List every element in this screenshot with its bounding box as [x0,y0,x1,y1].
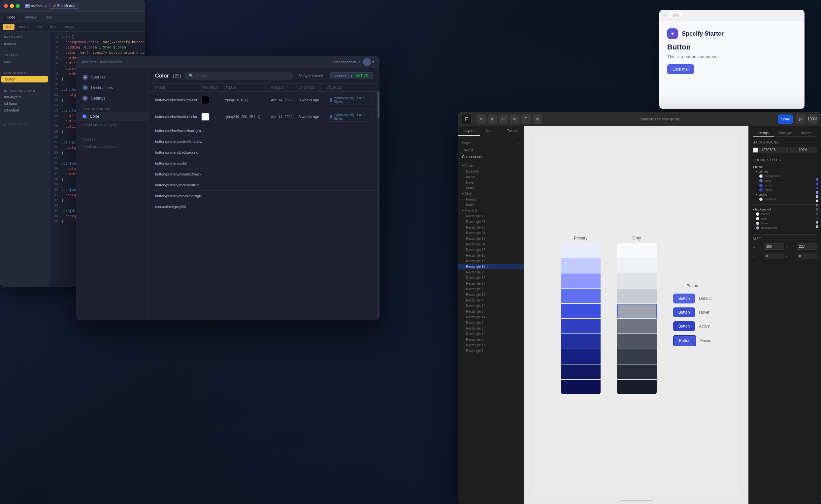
table-row[interactable]: button/primary/hover/backgro... [148,191,379,202]
list-item[interactable]: Rectangle 2 [458,286,524,292]
tree-item[interactable]: color [756,216,817,221]
sources-badge[interactable]: Sources (1) ACTIVE [330,72,373,79]
tab-code[interactable]: Code [3,14,19,20]
share-button[interactable]: Share [778,114,793,124]
list-item[interactable]: ▾ Focus [458,163,524,169]
canvas-scrollbar-h[interactable] [620,500,653,501]
table-row[interactable]: button/primary/color [148,158,379,169]
sidebar-sd-input[interactable]: sd-input [0,100,49,107]
background-color-preview[interactable] [753,147,758,153]
tab-layers[interactable]: Layers [458,126,480,136]
tree-item[interactable]: disabled [759,197,817,202]
play-button[interactable]: ▷ [796,114,805,124]
sidebar-sd-output[interactable]: sd-output [0,107,49,113]
list-item[interactable]: Hover [458,180,524,185]
y-input[interactable]: 0 [797,253,817,259]
button-active[interactable]: Button [673,321,695,331]
tree-item[interactable]: focus [756,188,817,192]
list-item[interactable]: Rectangle 19 [458,303,524,309]
design-tab[interactable]: Design [753,130,774,137]
table-row[interactable]: button/outline/border/color rgba(249, 25… [148,109,379,125]
tree-item-button[interactable]: ▾ button [753,165,817,169]
tab-doc[interactable]: Doc [42,14,56,20]
minimize-button[interactable] [10,4,14,8]
text-tool[interactable]: T [521,114,531,124]
list-item[interactable]: Rectangle 1 [458,348,524,354]
list-item[interactable]: Rectangle 24 [458,241,524,247]
list-item[interactable]: Rectangle 8 [458,269,524,275]
specify-demo-button[interactable]: Click me! [667,64,694,74]
tree-item-background[interactable]: ▾ background [753,207,817,212]
list-item[interactable]: Primary [458,197,524,202]
zoom-button[interactable]: 100% [808,114,817,124]
sidebar-button[interactable]: button [1,76,48,82]
tree-item[interactable]: hover [756,221,817,226]
page-tokens[interactable]: Tokens [458,147,524,153]
list-item[interactable]: Rectangle 12 [458,213,524,219]
list-item[interactable]: Rectangle 23 [458,219,524,225]
list-item[interactable]: Rectangle 25 [458,225,524,230]
nav-doc[interactable]: doc/ [47,24,59,30]
button-focus[interactable]: Button [673,335,697,346]
user-avatar[interactable] [363,58,371,66]
list-item[interactable]: Rectangle 17 [458,342,524,348]
button-hover[interactable]: Button [673,307,695,317]
nav-settings[interactable]: ⚙ Settings [76,93,148,104]
shape-tool[interactable]: □ [499,114,508,124]
list-item[interactable]: Rectangle 7 [458,320,524,326]
table-row[interactable]: button/outline/background rgba(0, 0, 0, … [148,92,379,109]
add-token-category-button[interactable]: + Add token category [76,121,148,129]
table-row[interactable]: button/primary/disabled/back... [148,169,379,180]
list-item[interactable]: Rectangle 10 [458,253,524,258]
nav-test[interactable]: test/ [33,24,46,30]
tree-item-primary[interactable]: ▾ primary [756,169,817,174]
tab-review[interactable]: Review [20,14,40,20]
list-item[interactable]: Rectangle 27 [458,281,524,286]
list-item[interactable]: Rectangle 16 [458,275,524,281]
button-default[interactable]: Button [673,294,695,303]
nav-destinations[interactable]: ⇥ Destinations [76,82,148,93]
table-row[interactable]: button/outline/hover/backgro... [148,125,379,136]
frame-tool[interactable]: # [488,114,497,124]
width-input[interactable]: 300 [764,243,784,250]
inspect-tab[interactable]: Inspect [796,130,817,137]
nav-design[interactable]: design/ [60,24,77,30]
list-item[interactable]: Rectangle 6 [458,326,524,331]
sidebar-readme[interactable]: readme [0,40,49,47]
table-scrollbar[interactable] [377,92,379,320]
list-item[interactable]: Button [458,185,524,191]
list-item[interactable]: Rectangle 12 [458,331,524,337]
branch-badge[interactable]: ⎇ Branch main [49,3,79,9]
list-item[interactable]: ▾ Grey [458,191,524,197]
list-item[interactable]: ▾ Frame 3 [458,208,524,213]
hand-tool[interactable]: ⊕ [533,114,542,124]
table-row[interactable]: core/colors/grey/50 [148,202,379,212]
list-item[interactable]: Rectangle 16 [458,292,524,298]
x-input[interactable]: 0 [764,253,784,259]
tab-assets[interactable]: Assets [480,126,502,136]
tree-item[interactable]: color [756,178,817,183]
pen-tool[interactable]: ✏ [510,114,520,124]
sync-tokens-button[interactable]: ↻ Sync tokens [296,72,326,79]
token-color[interactable]: Color [76,112,148,121]
tree-item-outline[interactable]: ▾ outline [756,192,817,197]
sidebar-color[interactable]: color [0,58,49,65]
send-feedback-button[interactable]: Send feedback ↗ [332,60,360,64]
list-item[interactable]: Rectangle 16 [458,247,524,253]
background-hex-input[interactable]: #E8E8E8 [759,147,788,153]
background-opacity-input[interactable]: 100% [789,147,817,153]
tree-item[interactable]: background [756,226,817,230]
tab-tokens[interactable]: Tokens [502,126,524,136]
list-item[interactable]: Rectangle 16 [458,236,524,241]
list-item[interactable]: Disabled [458,169,524,174]
list-item[interactable]: Rectangle 16 [458,258,524,264]
prototype-tab[interactable]: Prototype [774,130,796,137]
list-item[interactable]: Active [458,174,524,180]
list-item-selected[interactable]: Rectangle 16 ✓ [458,264,524,269]
tree-item[interactable]: active [756,183,817,188]
maximize-button[interactable] [16,4,20,8]
list-item[interactable]: Rectangle 24 [458,230,524,236]
list-item[interactable]: Rectangle 3 [458,337,524,342]
table-row[interactable]: button/primary/focus/outline... [148,180,379,191]
list-item[interactable]: Rectangle 14 [458,314,524,320]
